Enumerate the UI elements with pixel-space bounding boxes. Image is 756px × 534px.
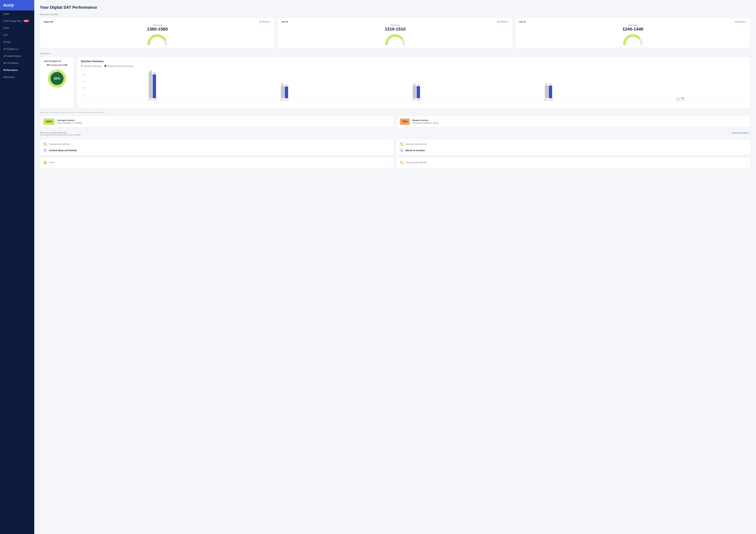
donut-chart: 92% [47, 68, 67, 89]
mistake-count-row-0: 2 Central Ideas and Details [43, 148, 391, 152]
score-card-header-0: August 06 See Results ↗ [43, 20, 271, 23]
gauge-svg-2 [622, 33, 644, 46]
see-results-2[interactable]: See Results ↗ [735, 21, 747, 23]
gauge-0 [43, 33, 271, 46]
sidebar-item-dsat-study-plan[interactable]: DSAT Study PlanNew [0, 17, 34, 24]
mistake-category-1: READING AND WRITING [406, 144, 744, 145]
mistake-icon-1: ✏️ [399, 142, 404, 147]
bar-pair-0: 196 180 [149, 70, 156, 98]
weakest-detail: Command Of Evidence: Textual [412, 122, 439, 124]
legend-dot-attempted [81, 65, 83, 67]
bar-pair-3: 98 95 [545, 83, 552, 98]
mistake-count-1: 2 [399, 148, 404, 152]
x-label-1: 07/20 - 07/27 [219, 99, 351, 101]
mistake-count-row-1: 2 Words in Context [399, 148, 747, 152]
total-score-value-1: 1310-1510 [281, 27, 509, 32]
bar-pair-1: 98 88 [281, 83, 288, 98]
bar-correct-wrap-0: 180 [153, 72, 156, 98]
performance-row: 100% Strongest Section: Linear Equations… [40, 116, 750, 127]
mistake-card-1: ✏️ READING AND WRITING ↗ 2 Words in Cont… [396, 139, 750, 155]
legend-correct: Questions Answered Correctly [104, 65, 133, 67]
total-score-label-2: Total Score [519, 24, 747, 26]
bar-correct-2 [417, 86, 420, 98]
see-results-1[interactable]: See Results ↗ [497, 21, 509, 23]
bar-correct-val-0: 180 [153, 72, 156, 74]
mistake-arrow-2[interactable]: ↗ [389, 161, 391, 164]
bar-pair-4 [677, 97, 684, 98]
bar-group-4 [614, 97, 746, 98]
main-content: Your Digital SAT Performance PREVIOUS SC… [34, 0, 756, 534]
sidebar-item-psat[interactable]: PSAT [0, 24, 34, 32]
y-label-150: 150 [81, 80, 86, 82]
y-label-50: 50 [81, 94, 86, 95]
mistake-icon-2: 🧮 [43, 160, 48, 165]
bar-chart: 050100150200 196 180 98 88 98 [81, 69, 746, 105]
mistake-arrow-0[interactable]: ↗ [389, 143, 391, 146]
x-label-4: 08/10 - 08/17 [614, 99, 746, 101]
bar-attempted-wrap-1: 98 [281, 83, 284, 98]
mistake-category-3: READING AND WRITING [406, 162, 744, 164]
accuracy-left-panel: July 14-August 10 455 correct out of 490… [40, 57, 74, 108]
gauge-svg-0 [147, 33, 168, 46]
x-label-3: 08/03 - 08/10 [482, 99, 615, 101]
strongest-detail: Linear Equations In 1 Variable [57, 122, 82, 124]
legend-dot-correct [104, 65, 106, 67]
strongest-badge: 100% [43, 119, 55, 125]
bar-correct-val-1: 88 [285, 85, 288, 86]
y-label-0: 0 [81, 100, 86, 102]
mistake-card-top-2: 🧮 MATH ↗ [43, 160, 391, 165]
gauge-svg-1 [384, 33, 406, 46]
score-date-2: July 23 [519, 20, 526, 23]
score-card-1: July 30 See Results ↗ Total Score 1310-1… [278, 17, 513, 48]
bar-correct-wrap-1: 88 [285, 85, 288, 98]
weakest-badge: 70% [400, 119, 410, 125]
strongest-card: 100% Strongest Section: Linear Equations… [40, 116, 394, 127]
sidebar-item-performance[interactable]: Performance [0, 67, 34, 73]
logo-text: Acely [3, 3, 14, 8]
practice-label: PRACTICE YOUR MISTAKES [40, 132, 81, 134]
chart-wrapper: 050100150200 196 180 98 88 98 [81, 69, 746, 105]
score-cards: August 06 See Results ↗ Total Score 1360… [40, 17, 750, 48]
mistake-count-0: 2 [43, 148, 47, 152]
bar-attempted-0 [149, 72, 152, 98]
score-card-0: August 06 See Results ↗ Total Score 1360… [40, 17, 275, 48]
mistake-card-top-3: ✏️ READING AND WRITING ↗ [399, 160, 747, 165]
bar-attempted-2 [413, 85, 416, 98]
score-card-header-1: July 30 See Results ↗ [281, 20, 509, 23]
sidebar-item-ap-bio[interactable]: AP Bio [0, 39, 34, 45]
sidebar-item-ap-us-history[interactable]: AP US History [0, 60, 34, 67]
see-results-0[interactable]: See Results ↗ [259, 21, 271, 23]
bar-correct-1 [285, 87, 288, 98]
accuracy-correct: 455 correct out of 490 [46, 64, 68, 66]
score-card-header-2: July 23 See Results ↗ [519, 20, 747, 23]
strongest-info: Strongest Section: Linear Equations In 1… [57, 119, 82, 124]
bars-row: 196 180 98 88 98 92 [87, 69, 746, 98]
mistake-arrow-3[interactable]: ↗ [745, 161, 747, 164]
sidebar-nav: DSATDSAT Study PlanNewPSATACTAP BioAP En… [0, 11, 34, 80]
grid-line-100 [87, 89, 746, 89]
bar-attempted-val-3: 98 [545, 83, 548, 85]
review-all-link[interactable]: Review All Mistakes ↗ [732, 132, 750, 134]
sidebar-logo: Acely [0, 0, 34, 11]
mistake-card-top-1: ✏️ READING AND WRITING ↗ [399, 142, 747, 147]
bar-attempted-4 [677, 98, 680, 98]
weakest-info: Weakest Section: Command Of Evidence: Te… [412, 119, 439, 124]
bar-pair-2: 98 92 [413, 83, 420, 98]
mistake-arrow-1[interactable]: ↗ [745, 143, 747, 146]
bar-attempted-3 [545, 85, 548, 98]
mistake-category-2: MATH [49, 162, 388, 164]
bar-attempted-wrap-0: 196 [149, 70, 152, 98]
sidebar-item-dsat[interactable]: DSAT [0, 11, 34, 17]
sidebar-item-act[interactable]: ACT [0, 32, 34, 39]
svg-text:92%: 92% [54, 77, 60, 80]
mistake-name-1: Words in Context [405, 149, 425, 152]
sidebar-item-resources[interactable]: Resources [0, 73, 34, 80]
y-label-200: 200 [81, 74, 86, 75]
bar-attempted-val-2: 98 [413, 83, 416, 85]
accuracy-right-panel: Question Summary Questions Attempted Que… [77, 57, 750, 108]
sidebar-item-ap-world-history[interactable]: AP World History [0, 52, 34, 60]
accuracy-date: July 14-August 10 [44, 60, 61, 62]
mistake-icon-3: ✏️ [399, 160, 404, 165]
sidebar-item-ap-english-lit[interactable]: AP English Lit [0, 45, 34, 52]
bar-attempted-val-1: 98 [281, 83, 284, 85]
